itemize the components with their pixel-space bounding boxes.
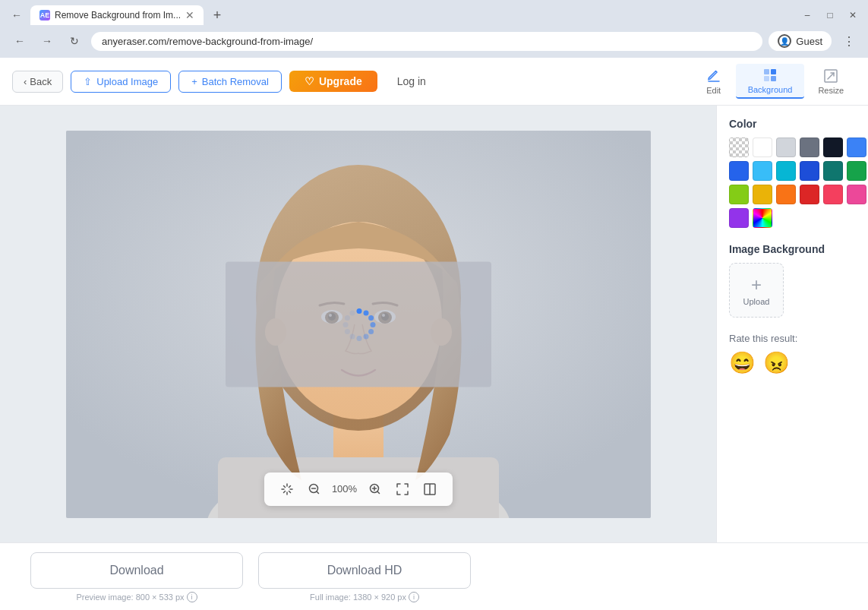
color-swatch-purple[interactable] <box>729 208 749 228</box>
edit-label: Edit <box>706 86 721 95</box>
background-icon <box>762 67 778 84</box>
rating-section: Rate this result: 😄 😠 <box>729 333 856 375</box>
tab-background[interactable]: Background <box>736 64 805 99</box>
color-swatch-pink-red[interactable] <box>823 185 843 204</box>
download-hd-button[interactable]: Download HD <box>258 552 471 589</box>
svg-point-22 <box>363 310 368 315</box>
image-toolbar: 100% <box>264 473 453 506</box>
color-swatch-navy-blue[interactable] <box>847 137 866 157</box>
svg-point-29 <box>344 329 349 334</box>
color-swatch-dark-blue[interactable] <box>800 161 819 181</box>
guest-label: Guest <box>796 36 822 47</box>
forward-nav-button[interactable]: → <box>36 30 58 52</box>
loading-overlay <box>226 261 491 387</box>
back-label: Back <box>30 76 52 87</box>
tab-back-button[interactable]: ← <box>6 5 27 26</box>
full-info-text: Full image: 1380 × 920 px <box>310 593 406 602</box>
color-swatch-yellow[interactable] <box>753 185 772 204</box>
svg-point-32 <box>349 310 355 315</box>
thumbs-down-emoji[interactable]: 😠 <box>763 350 790 375</box>
tab-resize[interactable]: Resize <box>806 65 856 98</box>
tab-favicon: AE <box>39 10 50 21</box>
svg-rect-0 <box>764 69 769 74</box>
loading-spinner <box>339 305 377 343</box>
color-swatch-rainbow[interactable] <box>753 208 772 228</box>
image-background-label: Image Background <box>729 243 856 255</box>
login-label: Log in <box>397 75 426 87</box>
back-nav-button[interactable]: ← <box>9 30 30 52</box>
tab-edit[interactable]: Edit <box>693 65 734 98</box>
rating-label: Rate this result: <box>729 333 856 344</box>
fit-button[interactable] <box>392 479 413 500</box>
upgrade-label: Upgrade <box>319 75 362 87</box>
color-swatch-bright-blue[interactable] <box>729 161 749 181</box>
maximize-button[interactable]: □ <box>821 6 839 24</box>
plus-icon: + <box>751 274 762 296</box>
color-swatch-teal[interactable] <box>776 161 796 181</box>
color-swatch-black[interactable] <box>823 137 843 157</box>
download-free-card: Download Preview image: 800 × 533 px i <box>30 552 243 602</box>
color-grid <box>729 137 856 228</box>
guest-icon: 👤 <box>778 34 791 48</box>
thumbs-up-emoji[interactable]: 😄 <box>729 350 756 375</box>
minimize-button[interactable]: – <box>798 6 816 24</box>
zoom-out-button[interactable] <box>304 479 325 500</box>
address-bar[interactable]: anyeraser.com/remove-background-from-ima… <box>91 32 762 51</box>
right-panel: Color <box>716 106 868 542</box>
preview-info-text: Preview image: 800 × 533 px <box>76 593 184 602</box>
info-icon-hd: i <box>409 592 419 602</box>
zoom-in-button[interactable] <box>365 479 386 500</box>
upgrade-button[interactable]: ♡ Upgrade <box>289 71 377 92</box>
guest-account-button[interactable]: 👤 Guest <box>769 31 832 51</box>
tool-tabs: Edit Background <box>693 64 856 99</box>
color-swatch-white[interactable] <box>753 137 772 157</box>
tab-title: Remove Background from Im... <box>55 10 181 21</box>
canvas-image: 100% <box>66 131 651 518</box>
split-view-button[interactable] <box>419 479 440 500</box>
canvas-area: 100% <box>0 106 716 542</box>
svg-point-31 <box>344 315 349 321</box>
image-background-section: Image Background + Upload <box>729 243 856 318</box>
download-button[interactable]: Download <box>30 552 243 589</box>
color-swatch-red[interactable] <box>800 185 819 204</box>
upload-image-button[interactable]: ⇧ Upload Image <box>71 71 171 93</box>
download-hd-card: Download HD Full image: 1380 × 920 px i <box>258 552 471 602</box>
browser-menu-button[interactable]: ⋮ <box>838 30 859 52</box>
svg-point-30 <box>342 322 348 327</box>
background-label: Background <box>748 85 793 94</box>
color-swatch-yellow-green[interactable] <box>729 185 749 204</box>
color-swatch-sky-blue[interactable] <box>753 161 772 181</box>
url-text: anyeraser.com/remove-background-from-ima… <box>102 36 752 47</box>
upload-bg-label: Upload <box>743 297 770 306</box>
reload-button[interactable]: ↻ <box>64 30 85 52</box>
upload-background-button[interactable]: + Upload <box>729 263 784 318</box>
color-swatch-dark-teal[interactable] <box>823 161 843 181</box>
back-button[interactable]: ‹ Back <box>12 71 63 93</box>
back-arrow-icon: ‹ <box>24 76 27 87</box>
color-swatch-transparent[interactable] <box>729 137 749 157</box>
svg-point-23 <box>368 315 374 321</box>
tab-close-button[interactable]: ✕ <box>185 10 194 21</box>
color-swatch-orange[interactable] <box>776 185 796 204</box>
download-preview-info: Preview image: 800 × 533 px i <box>76 592 197 602</box>
color-swatch-green[interactable] <box>847 161 866 181</box>
download-label: Download <box>109 564 163 577</box>
pan-tool-button[interactable] <box>276 479 298 500</box>
batch-removal-button[interactable]: + Batch Removal <box>178 71 282 93</box>
main-area: 100% Color <box>0 106 868 542</box>
plus-icon: + <box>191 76 197 87</box>
svg-rect-2 <box>764 76 769 81</box>
svg-point-21 <box>356 308 361 314</box>
color-section: Color <box>729 118 856 228</box>
close-window-button[interactable]: ✕ <box>844 6 862 24</box>
new-tab-button[interactable]: + <box>207 5 228 26</box>
login-button[interactable]: Log in <box>385 71 438 92</box>
color-swatch-gray[interactable] <box>800 137 819 157</box>
svg-point-25 <box>368 329 374 334</box>
color-swatch-light-gray[interactable] <box>776 137 796 157</box>
upload-icon: ⇧ <box>84 76 92 87</box>
image-background <box>66 131 651 518</box>
info-icon: i <box>187 592 197 602</box>
download-bar: Download Preview image: 800 × 533 px i D… <box>0 542 868 610</box>
color-swatch-pink[interactable] <box>847 185 866 204</box>
